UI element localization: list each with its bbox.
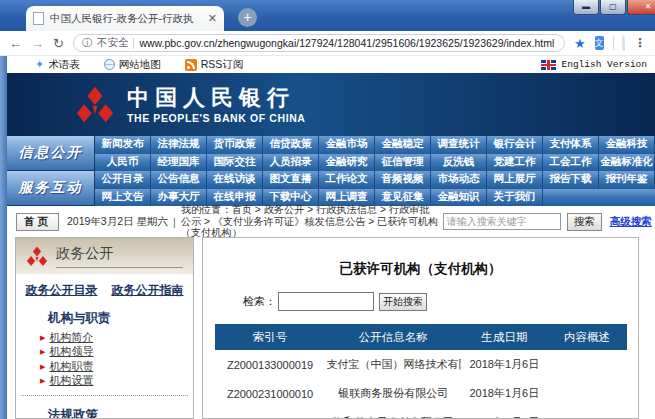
- nav-item[interactable]: 货币政策: [207, 136, 263, 154]
- name-cell[interactable]: 资和信电子支付有限公司: [326, 408, 461, 419]
- info-icon[interactable]: ⓘ: [82, 36, 92, 50]
- nav-item[interactable]: 金融研究: [319, 154, 375, 172]
- new-tab-button[interactable]: +: [238, 8, 257, 27]
- column-header: 内容概述: [548, 324, 627, 350]
- sidebar-title: 政务公开: [56, 244, 183, 268]
- sidebar-link-guide[interactable]: 政务公开指南: [112, 282, 184, 299]
- home-button[interactable]: 首页: [16, 213, 59, 231]
- nav-item[interactable]: 党建工作: [487, 154, 543, 172]
- nav-item[interactable]: 图文直播: [263, 171, 319, 189]
- nav-item[interactable]: 征信管理: [375, 154, 431, 172]
- nav-item[interactable]: 报刊年鉴: [599, 171, 655, 189]
- nav-item[interactable]: 金融标准化: [599, 154, 655, 172]
- start-search-button[interactable]: 开始搜索: [379, 293, 427, 311]
- sidebar-item-label[interactable]: 机构设置: [49, 373, 93, 388]
- glossary-link[interactable]: ✦ 术语表: [35, 58, 80, 72]
- nav-item[interactable]: 报告下载: [543, 171, 599, 189]
- table-row[interactable]: Z2000133000019 支付宝（中国）网络技术有限公司 2018年1月6日: [215, 350, 627, 379]
- browser-window: 中国人民银行-政务公开-行政执 ✕ + ▬ ▢ ✕ ← → ↻ ⓘ 不安全 ww…: [0, 0, 655, 419]
- site-name-en: THE PEOPLE'S BANK OF CHINA: [127, 112, 306, 124]
- nav-item[interactable]: 人员招录: [263, 154, 319, 172]
- nav-item[interactable]: 调查统计: [431, 136, 487, 154]
- nav-group-service[interactable]: 服务互动: [7, 171, 95, 206]
- sitemap-link[interactable]: 网站地图: [104, 58, 161, 72]
- bookmark-star-icon[interactable]: ★: [574, 36, 586, 51]
- sidebar-section-title: 法规政策: [48, 407, 193, 419]
- english-version-link[interactable]: English Version: [541, 59, 647, 70]
- site-search-input[interactable]: [443, 213, 561, 230]
- date-cell: 2016年5月3日: [461, 408, 548, 419]
- summary-cell: [548, 350, 627, 379]
- browser-tab[interactable]: 中国人民银行-政务公开-行政执 ✕: [26, 6, 224, 31]
- nav-item[interactable]: 金融稳定: [375, 136, 431, 154]
- advanced-search-link[interactable]: 高级搜索: [610, 215, 652, 229]
- name-cell[interactable]: 支付宝（中国）网络技术有限公司: [326, 350, 461, 379]
- sidebar-item[interactable]: ▶ 机构职责: [40, 359, 193, 374]
- nav-item[interactable]: 反洗钱: [431, 154, 487, 172]
- sidebar-section-title: 机构与职责: [48, 310, 193, 327]
- sidebar-item-label[interactable]: 机构简介: [49, 330, 93, 345]
- site-search-button[interactable]: 搜索: [567, 213, 602, 231]
- breadcrumb[interactable]: 我的位置：首页 > 政务公开 > 行政执法信息 > 行政审批公示 > 《支付业务…: [181, 204, 439, 239]
- nav-item[interactable]: 金融科技: [599, 136, 655, 154]
- sidebar-item-label[interactable]: 机构职责: [49, 359, 93, 374]
- nav-item[interactable]: 支付体系: [543, 136, 599, 154]
- nav-item[interactable]: 关于我们: [487, 189, 543, 207]
- nav-item[interactable]: 公告信息: [151, 171, 207, 189]
- nav-row-3: 公开目录 公告信息 在线访谈 图文直播 工作论文 音频视频 市场动态 网上展厅 …: [95, 171, 655, 189]
- site-header: 中国人民银行 THE PEOPLE'S BANK OF CHINA: [7, 73, 655, 136]
- back-icon[interactable]: ←: [9, 37, 22, 50]
- nav-item[interactable]: 在线访谈: [207, 171, 263, 189]
- nav-item[interactable]: 工作论文: [319, 171, 375, 189]
- table-row[interactable]: Z2000231000010 银联商务股份有限公司 2018年1月6日: [215, 379, 627, 408]
- rss-link[interactable]: RSS订阅: [185, 58, 244, 72]
- nav-item[interactable]: 网上展厅: [487, 171, 543, 189]
- window-frame-border: [0, 56, 7, 419]
- forward-icon[interactable]: →: [31, 37, 44, 50]
- profile-avatar-icon[interactable]: [622, 35, 625, 51]
- main-navigation: 信息公开 服务互动 新闻发布 法律法规 货币政策 信贷政策 金融市场 金融稳定 …: [7, 136, 655, 206]
- table-row[interactable]: Z2000311000013 资和信电子支付有限公司 2016年5月3日: [215, 408, 627, 419]
- nav-filler: [543, 189, 655, 207]
- nav-item[interactable]: 音频视频: [375, 171, 431, 189]
- uk-flag-icon: [541, 60, 556, 70]
- triangle-bullet-icon: ▶: [40, 363, 45, 370]
- sidebar-item[interactable]: ▶ 机构领导: [40, 345, 193, 360]
- sidebar-link-catalog[interactable]: 政务公开目录: [26, 282, 98, 299]
- nav-item[interactable]: 网上文告: [95, 189, 151, 207]
- reload-icon[interactable]: ↻: [53, 37, 64, 50]
- nav-item[interactable]: 工会工作: [543, 154, 599, 172]
- minimize-button[interactable]: ▬: [573, 0, 599, 15]
- triangle-bullet-icon: ▶: [40, 348, 45, 355]
- nav-item[interactable]: 信贷政策: [263, 136, 319, 154]
- nav-item[interactable]: 法律法规: [151, 136, 207, 154]
- english-version-label: English Version: [561, 59, 647, 70]
- translate-icon[interactable]: 文: [595, 36, 604, 50]
- nav-item[interactable]: 金融知识: [431, 189, 487, 207]
- nav-item[interactable]: 银行会计: [487, 136, 543, 154]
- column-header: 生成日期: [461, 324, 548, 350]
- sidebar-item[interactable]: ▶ 机构设置: [40, 374, 193, 389]
- nav-item[interactable]: 金融市场: [319, 136, 375, 154]
- nav-item[interactable]: 人民币: [95, 154, 151, 172]
- nav-item[interactable]: 国际交往: [207, 154, 263, 172]
- nav-item[interactable]: 经理国库: [151, 154, 207, 172]
- nav-item[interactable]: 新闻发布: [95, 136, 151, 154]
- close-button[interactable]: ✕: [627, 0, 655, 15]
- nav-item[interactable]: 市场动态: [431, 171, 487, 189]
- chrome-menu-icon[interactable]: ⋮: [634, 36, 646, 50]
- sidebar-item[interactable]: ▶ 机构简介: [40, 330, 193, 345]
- nav-group-information[interactable]: 信息公开: [7, 136, 95, 171]
- summary-cell: [548, 408, 627, 419]
- address-bar[interactable]: ⓘ 不安全 www.pbc.gov.cn/zhengwugongkai/1279…: [73, 34, 565, 52]
- nav-item[interactable]: 公开目录: [95, 171, 151, 189]
- date-cell: 2018年1月6日: [461, 379, 548, 408]
- name-cell[interactable]: 银联商务股份有限公司: [326, 379, 461, 408]
- nav-row-2: 人民币 经理国库 国际交往 人员招录 金融研究 征信管理 反洗钱 党建工作 工会…: [95, 154, 655, 172]
- sidebar: 政务公开 政务公开目录 政务公开指南 机构与职责 ▶ 机构简介 ▶ 机构领导 ▶…: [15, 237, 194, 419]
- maximize-button[interactable]: ▢: [600, 0, 626, 15]
- breadcrumb-bar: 首页 2019年3月2日 星期六 | 我的位置：首页 > 政务公开 > 行政执法…: [7, 206, 655, 237]
- sidebar-item-label[interactable]: 机构领导: [49, 344, 93, 359]
- tab-close-icon[interactable]: ✕: [208, 13, 217, 24]
- table-search-input[interactable]: [278, 292, 374, 311]
